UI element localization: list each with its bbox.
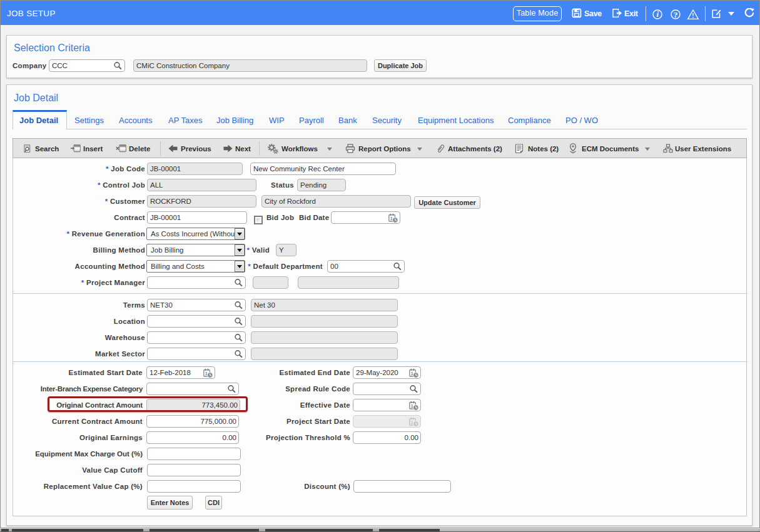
- svg-text:?: ?: [674, 10, 678, 19]
- svg-text:i: i: [656, 9, 659, 19]
